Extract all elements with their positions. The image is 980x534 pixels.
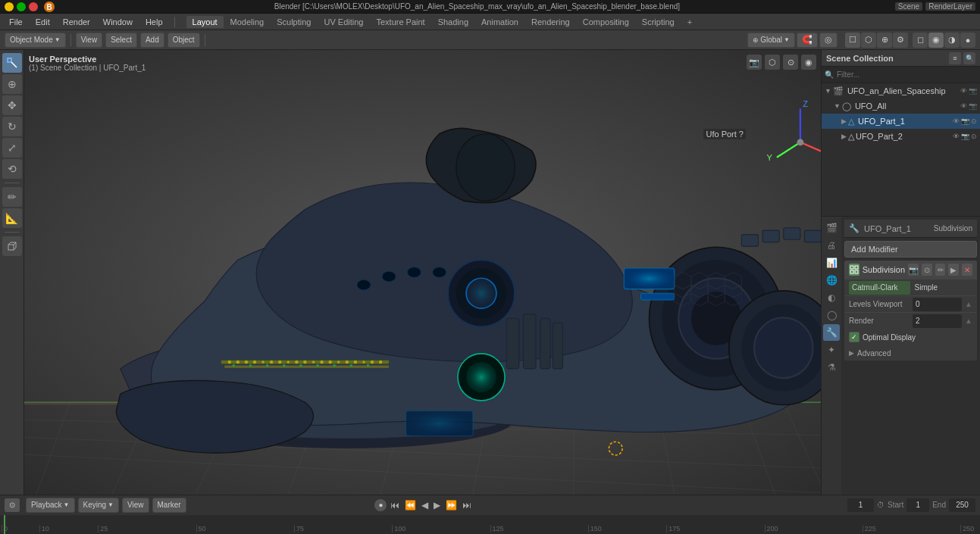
add-modifier-btn[interactable]: Add Modifier bbox=[844, 241, 977, 258]
scale-tool-btn[interactable]: ⤢ bbox=[2, 138, 22, 158]
jump-end-btn[interactable]: ⏭ bbox=[461, 500, 473, 511]
render-up-btn[interactable]: ▲ bbox=[965, 317, 972, 325]
tab-scripting[interactable]: Scripting bbox=[636, 16, 681, 28]
outliner-search-btn[interactable]: 🔍 bbox=[963, 52, 975, 64]
select-tool-btn[interactable] bbox=[2, 53, 22, 73]
tab-rendering[interactable]: Rendering bbox=[525, 16, 576, 28]
add-menu-btn[interactable]: Add bbox=[140, 33, 164, 48]
rotate-tool-btn[interactable]: ↻ bbox=[2, 117, 22, 136]
object-props-icon[interactable]: ◯ bbox=[823, 307, 840, 323]
play-btn[interactable]: ▶ bbox=[432, 500, 442, 511]
object-mode-btn[interactable]: Object Mode ▼ bbox=[5, 33, 66, 48]
outliner-item-part1[interactable]: ▶ △ UFO_Part_1 👁 📷 ⊙ bbox=[822, 114, 980, 129]
modifier-props-icon active[interactable]: 🔧 bbox=[823, 324, 840, 341]
particles-props-icon[interactable]: ✦ bbox=[823, 342, 840, 358]
mod-close-btn[interactable]: ✕ bbox=[962, 264, 972, 276]
world-props-icon[interactable]: ◐ bbox=[823, 289, 840, 306]
move-tool-btn[interactable]: ✥ bbox=[2, 95, 22, 115]
outliner-search-input[interactable] bbox=[837, 70, 977, 79]
cursor-tool-btn[interactable]: ⊕ bbox=[2, 74, 22, 94]
physics-props-icon[interactable]: ⚗ bbox=[823, 359, 840, 376]
tab-uv-editing[interactable]: UV Editing bbox=[318, 16, 369, 28]
vis-icon3[interactable]: 👁 bbox=[953, 117, 960, 125]
add-cube-btn[interactable] bbox=[2, 236, 22, 256]
viewport[interactable]: Z X Y User Perspective (1) Scene Collect… bbox=[24, 50, 821, 495]
outliner-filter-btn[interactable]: ≡ bbox=[949, 52, 961, 64]
snap-btn[interactable]: 🧲 bbox=[797, 33, 818, 48]
transform-tool-btn[interactable]: ⟲ bbox=[2, 159, 22, 179]
render-value[interactable]: 2 bbox=[913, 314, 962, 328]
timeline-ruler[interactable]: 0 10 25 50 75 100 125 150 175 200 225 25… bbox=[0, 515, 980, 535]
vis-icon4[interactable]: 👁 bbox=[953, 133, 960, 140]
jump-start-btn[interactable]: ⏮ bbox=[389, 500, 401, 511]
measure-tool-btn[interactable]: 📐 bbox=[2, 208, 22, 228]
minimize-btn[interactable] bbox=[5, 2, 14, 11]
visibility-icon[interactable]: 👁 bbox=[960, 87, 967, 95]
view-menu-btn[interactable]: View bbox=[76, 33, 103, 48]
current-frame-input[interactable]: 1 bbox=[847, 498, 874, 512]
viewport-options-icon[interactable]: ⊙ bbox=[783, 55, 798, 70]
mod-camera-btn[interactable]: 📷 bbox=[908, 264, 919, 276]
vis-icon2[interactable]: 👁 bbox=[960, 102, 967, 110]
xray-btn[interactable]: ☐ bbox=[845, 33, 860, 48]
levels-up-btn[interactable]: ▲ bbox=[965, 300, 972, 308]
tab-layout[interactable]: Layout bbox=[186, 16, 224, 28]
prev-keyframe-btn[interactable]: ⏪ bbox=[403, 500, 418, 511]
output-props-icon[interactable]: 🖨 bbox=[823, 237, 840, 254]
advanced-row[interactable]: ▶ Advanced bbox=[844, 345, 977, 361]
wireframe-btn[interactable]: ◻ bbox=[913, 33, 928, 48]
start-frame-input[interactable]: 1 bbox=[906, 498, 929, 512]
viewport-overlay-icon[interactable]: ⬡ bbox=[765, 55, 780, 70]
menu-file[interactable]: File bbox=[3, 16, 29, 28]
menu-edit[interactable]: Edit bbox=[30, 16, 56, 28]
tab-sculpting[interactable]: Sculpting bbox=[271, 16, 317, 28]
optimal-display-checkbox[interactable]: ✓ bbox=[849, 332, 859, 342]
mod-render-btn[interactable]: ⊙ bbox=[922, 264, 932, 276]
proportional-btn[interactable]: ◎ bbox=[819, 33, 838, 48]
tab-animation[interactable]: Animation bbox=[475, 16, 524, 28]
tab-modeling[interactable]: Modeling bbox=[224, 16, 271, 28]
next-keyframe-btn[interactable]: ⏩ bbox=[444, 500, 459, 511]
menu-render[interactable]: Render bbox=[57, 16, 96, 28]
annotate-tool-btn[interactable]: ✏ bbox=[2, 187, 22, 207]
outliner-item-scene[interactable]: ▼ 🎬 UFO_an_Alien_Spaceship 👁 📷 bbox=[822, 83, 980, 98]
cam-icon2[interactable]: 📷 bbox=[969, 102, 977, 110]
mod-edit-btn[interactable]: ✏ bbox=[935, 264, 946, 276]
viewport-shading-icon[interactable]: ◉ bbox=[801, 55, 816, 70]
render-props-icon[interactable]: 🎬 bbox=[823, 220, 840, 236]
render-icon4[interactable]: ⊙ bbox=[971, 133, 977, 140]
outliner-item-part2[interactable]: ▶ △ UFO_Part_2 👁 📷 ⊙ bbox=[822, 129, 980, 144]
mod-realtime-btn[interactable]: ▶ bbox=[948, 264, 959, 276]
overlay-btn[interactable]: ⬡ bbox=[861, 33, 876, 48]
tab-compositing[interactable]: Compositing bbox=[577, 16, 635, 28]
marker-btn[interactable]: Marker bbox=[152, 498, 186, 513]
outliner-item-ufo-all[interactable]: ▼ ◯ UFO_All 👁 📷 bbox=[822, 98, 980, 114]
view-timeline-btn[interactable]: View bbox=[122, 498, 149, 513]
catmull-clark-btn[interactable]: Catmull-Clark bbox=[849, 281, 910, 295]
tab-add[interactable]: + bbox=[681, 16, 698, 28]
menu-window[interactable]: Window bbox=[97, 16, 139, 28]
simple-btn[interactable]: Simple bbox=[912, 281, 973, 295]
object-menu-btn[interactable]: Object bbox=[168, 33, 200, 48]
end-frame-input[interactable]: 250 bbox=[949, 498, 975, 512]
levels-viewport-value[interactable]: 0 bbox=[913, 298, 962, 311]
select-menu-btn[interactable]: Select bbox=[105, 33, 137, 48]
gizmo-btn[interactable]: ⊕ bbox=[877, 33, 892, 48]
maximize-btn[interactable] bbox=[17, 2, 26, 11]
transform-btn[interactable]: ⊕ Global ▼ bbox=[747, 33, 795, 48]
tab-texture-paint[interactable]: Texture Paint bbox=[370, 16, 431, 28]
looksdev-btn[interactable]: ◑ bbox=[944, 33, 960, 48]
viewport-camera-icon[interactable]: 📷 bbox=[747, 55, 762, 70]
scene-props-icon[interactable]: 🌐 bbox=[823, 272, 840, 289]
timeline-mode-btn[interactable]: ⊙ bbox=[5, 498, 20, 512]
solid-btn[interactable]: ◉ bbox=[928, 33, 944, 48]
menu-help[interactable]: Help bbox=[139, 16, 169, 28]
tab-shading[interactable]: Shading bbox=[432, 16, 474, 28]
rendered-btn[interactable]: ● bbox=[960, 33, 975, 48]
view-layer-props-icon[interactable]: 📊 bbox=[823, 255, 840, 271]
cam-icon4[interactable]: 📷 bbox=[961, 133, 969, 140]
sync-btn[interactable]: ● bbox=[374, 499, 387, 511]
render-icon3[interactable]: ⊙ bbox=[971, 117, 977, 125]
cam-icon3[interactable]: 📷 bbox=[961, 117, 969, 125]
close-btn[interactable] bbox=[29, 2, 38, 11]
